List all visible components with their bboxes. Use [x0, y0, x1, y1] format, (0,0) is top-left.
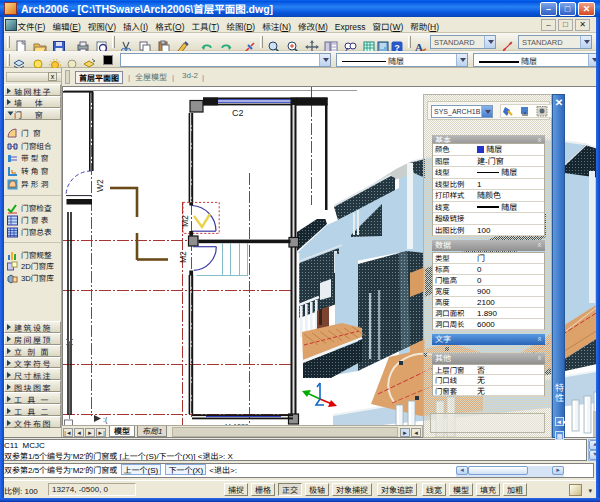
svg-text:M2: M2 [180, 215, 190, 227]
svg-text:C2: C2 [232, 108, 244, 118]
svg-text:M2: M2 [178, 251, 188, 263]
svg-text:W2: W2 [95, 179, 105, 192]
svg-text::(: :( [103, 416, 108, 424]
